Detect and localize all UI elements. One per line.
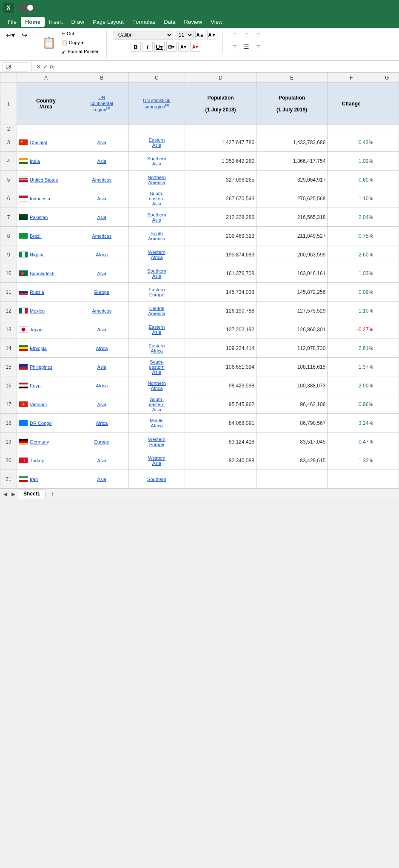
cell-country-14[interactable]: Ethiopia <box>17 339 75 358</box>
cell-pop2018-6[interactable]: 267,670,543 <box>185 189 256 208</box>
subregion-link-14[interactable]: Eastern Africa <box>131 343 183 353</box>
cell-change-10[interactable]: 1.03% <box>328 264 375 283</box>
align-center[interactable]: ☰ <box>242 42 252 52</box>
cell-pop2019-14[interactable]: 112,078,730 <box>256 339 328 358</box>
subregion-link-4[interactable]: Southern Asia <box>131 156 183 166</box>
cell-g-5[interactable] <box>375 171 399 189</box>
col-header-a[interactable]: A <box>17 73 75 83</box>
continent-link-9[interactable]: Africa <box>77 252 127 257</box>
cell-g-4[interactable] <box>375 152 399 171</box>
continent-link-16[interactable]: Africa <box>77 383 127 388</box>
font-grow-button[interactable]: A▲ <box>195 30 205 40</box>
cell-subregion-19[interactable]: Western Europe <box>128 433 185 451</box>
country-link-16[interactable]: Egypt <box>30 383 42 388</box>
cell-g-17[interactable] <box>375 395 399 414</box>
country-link-20[interactable]: Turkey <box>30 458 44 463</box>
subregion-link-5[interactable]: Northern America <box>131 175 183 185</box>
cell-g2[interactable] <box>375 125 399 133</box>
cell-continent-9[interactable]: Africa <box>75 245 128 264</box>
align-top-right[interactable]: ≡ <box>254 30 264 40</box>
cell-country-10[interactable]: Bangladesh <box>17 264 75 283</box>
cell-g-19[interactable] <box>375 433 399 451</box>
align-top-center[interactable]: ≡ <box>242 30 252 40</box>
cell-continent-4[interactable]: Asia <box>75 152 128 171</box>
align-right[interactable]: ≡ <box>254 42 264 52</box>
cell-continent-12[interactable]: Americas <box>75 302 128 320</box>
cell-change-9[interactable]: 2.60% <box>328 245 375 264</box>
country-link-18[interactable]: DR Congo <box>30 421 51 426</box>
cell-continent-18[interactable]: Africa <box>75 414 128 433</box>
redo-button[interactable]: ↪ <box>19 30 30 40</box>
cell-change-5[interactable]: 0.60% <box>328 171 375 189</box>
tab-scroll-right[interactable]: ▶ <box>10 491 17 497</box>
cell-g-16[interactable] <box>375 376 399 395</box>
subregion-link-20[interactable]: Western Asia <box>131 455 183 466</box>
cell-change-3[interactable]: 0.43% <box>328 133 375 152</box>
subregion-link-7[interactable]: Southern Asia <box>131 212 183 222</box>
cell-country-19[interactable]: Germany <box>17 433 75 451</box>
cell-pop2019-12[interactable]: 127,575,529 <box>256 302 328 320</box>
cell-pop2018-10[interactable]: 161,376,708 <box>185 264 256 283</box>
cell-pop2018-16[interactable]: 98,423,598 <box>185 376 256 395</box>
cell-pop2019-5[interactable]: 329,064,917 <box>256 171 328 189</box>
cell-e2[interactable] <box>256 125 328 133</box>
subregion-link-6[interactable]: South- eastern Asia <box>131 191 183 206</box>
cell-subregion-4[interactable]: Southern Asia <box>128 152 185 171</box>
cell-reference-box[interactable] <box>3 62 28 71</box>
insert-function-icon[interactable]: fx <box>50 63 54 70</box>
cell-g-12[interactable] <box>375 302 399 320</box>
cell-subregion-17[interactable]: South- eastern Asia <box>128 395 185 414</box>
cell-pop2019-3[interactable]: 1,433,783,686 <box>256 133 328 152</box>
cell-pop2019-8[interactable]: 211,049,527 <box>256 227 328 245</box>
underline-button[interactable]: U▾ <box>154 42 165 52</box>
cell-continent-7[interactable]: Asia <box>75 208 128 227</box>
cell-change-15[interactable]: 1.37% <box>328 358 375 376</box>
menu-file[interactable]: File <box>3 17 21 27</box>
cell-continent-10[interactable]: Asia <box>75 264 128 283</box>
cell-g-7[interactable] <box>375 208 399 227</box>
menu-view[interactable]: View <box>206 17 227 27</box>
cell-subregion-8[interactable]: South America <box>128 227 185 245</box>
country-link-4[interactable]: India <box>30 159 40 164</box>
cell-g-11[interactable] <box>375 283 399 302</box>
col-header-e[interactable]: E <box>256 73 328 83</box>
add-sheet-button[interactable]: ＋ <box>46 489 58 498</box>
continent-link-11[interactable]: Europe <box>77 290 127 295</box>
cell-continent-14[interactable]: Africa <box>75 339 128 358</box>
continent-link-18[interactable]: Africa <box>77 421 127 426</box>
cell-subregion-11[interactable]: Eastern Europe <box>128 283 185 302</box>
cell-pop2019-15[interactable]: 108,116,615 <box>256 358 328 376</box>
cell-change-8[interactable]: 0.75% <box>328 227 375 245</box>
cell-country-8[interactable]: Brazil <box>17 227 75 245</box>
cell-continent-8[interactable]: Americas <box>75 227 128 245</box>
cell-country-18[interactable]: DR Congo <box>17 414 75 433</box>
continent-link-10[interactable]: Asia <box>77 271 127 276</box>
cell-continent-5[interactable]: Americas <box>75 171 128 189</box>
cell-b2[interactable] <box>75 125 128 133</box>
cell-subregion-12[interactable]: Central America <box>128 302 185 320</box>
subregion-link-9[interactable]: Western Africa <box>131 250 183 260</box>
col-header-d[interactable]: D <box>185 73 256 83</box>
continent-link-3[interactable]: Asia <box>77 140 127 145</box>
align-left[interactable]: ≡ <box>230 42 240 52</box>
menu-draw[interactable]: Draw <box>67 17 88 27</box>
cancel-icon[interactable]: ✕ <box>36 63 41 70</box>
cell-g-20[interactable] <box>375 451 399 470</box>
cell-country-11[interactable]: Russia <box>17 283 75 302</box>
cell-change-21[interactable] <box>328 470 375 489</box>
cell-pop2019-21[interactable] <box>256 470 328 489</box>
format-painter-button[interactable]: 🖌 Format Painter <box>59 48 101 55</box>
cell-change-7[interactable]: 2.04% <box>328 208 375 227</box>
continent-link-8[interactable]: Americas <box>77 233 127 239</box>
menu-insert[interactable]: Insert <box>45 17 67 27</box>
continent-link-21[interactable]: Asia <box>77 477 127 482</box>
cell-pop2018-7[interactable]: 212,228,286 <box>185 208 256 227</box>
border-button[interactable]: ⊞▾ <box>166 42 177 52</box>
cell-subregion-6[interactable]: South- eastern Asia <box>128 189 185 208</box>
country-link-15[interactable]: Philippines <box>30 364 52 370</box>
country-link-10[interactable]: Bangladesh <box>30 271 54 276</box>
autosave-toggle[interactable] <box>19 4 34 11</box>
cell-pop2019-16[interactable]: 100,388,073 <box>256 376 328 395</box>
cell-pop2018-19[interactable]: 83,124,418 <box>185 433 256 451</box>
subregion-link-11[interactable]: Eastern Europe <box>131 287 183 297</box>
